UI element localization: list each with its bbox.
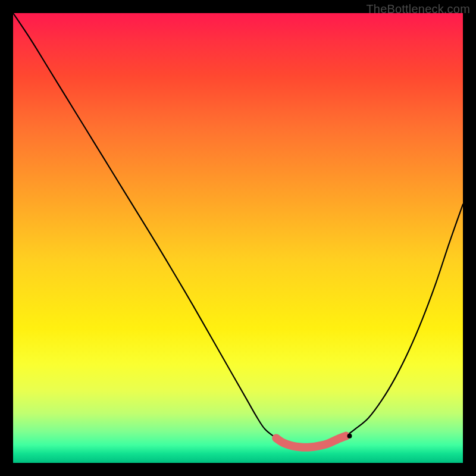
watermark-text: TheBottleneck.com: [366, 2, 470, 16]
valley-highlight: [276, 436, 346, 447]
plot-area: [13, 13, 463, 463]
curve-layer: [13, 13, 463, 463]
right-curve: [346, 204, 463, 436]
chart-frame: TheBottleneck.com: [0, 0, 476, 476]
left-curve: [13, 13, 276, 438]
right-dot: [347, 434, 352, 439]
